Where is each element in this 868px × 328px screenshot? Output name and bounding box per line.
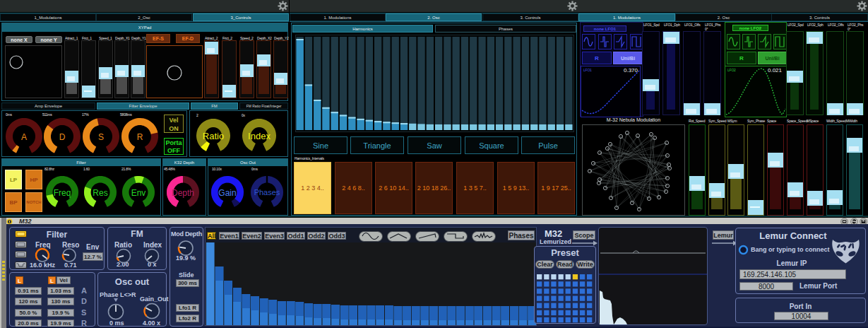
svg-text:Freq: Freq bbox=[54, 188, 71, 198]
svg-text:R: R bbox=[137, 132, 143, 142]
svg-text:Gain: Gain bbox=[218, 188, 236, 198]
svg-text:Res: Res bbox=[93, 188, 107, 198]
svg-text:Env: Env bbox=[131, 188, 146, 198]
svg-text:D: D bbox=[59, 132, 66, 142]
svg-text:Phases: Phases bbox=[254, 188, 280, 197]
svg-text:S: S bbox=[98, 132, 104, 142]
svg-text:A: A bbox=[21, 132, 27, 142]
svg-text:Depth: Depth bbox=[172, 188, 194, 198]
